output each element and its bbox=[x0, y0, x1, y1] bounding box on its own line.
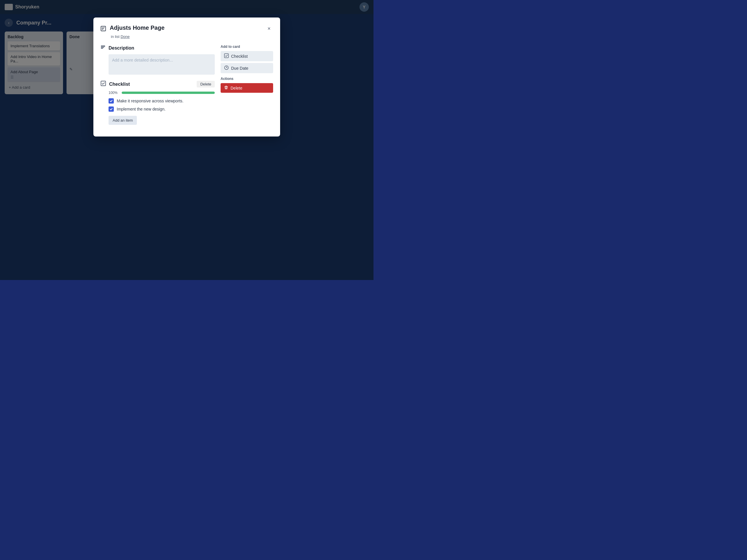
description-section-header: Description bbox=[100, 45, 215, 51]
due-date-sidebar-button[interactable]: Due Date bbox=[221, 63, 273, 73]
modal-main: Description Add a more detailed descript… bbox=[100, 45, 215, 130]
description-title: Description bbox=[108, 46, 134, 51]
actions-label: Actions bbox=[221, 77, 273, 81]
modal-close-button[interactable]: × bbox=[265, 25, 273, 33]
checklist-delete-button[interactable]: Delete bbox=[197, 81, 215, 87]
modal-sidebar: Add to card Checklist bbox=[221, 45, 273, 130]
progress-label: 100% bbox=[108, 91, 119, 95]
checklist-item-1: Implement the new design. bbox=[108, 106, 215, 112]
subtitle-list-link[interactable]: Done bbox=[121, 34, 130, 39]
svg-rect-9 bbox=[224, 54, 229, 58]
checklist-header-left: Checklist bbox=[100, 80, 130, 88]
card-detail-icon bbox=[100, 26, 106, 33]
svg-rect-8 bbox=[101, 81, 106, 86]
checklist-items: Make it responsive across viewports. Imp… bbox=[108, 98, 215, 112]
modal-title: Adjusts Home Page bbox=[110, 25, 261, 31]
delete-action-button[interactable]: Delete bbox=[221, 83, 273, 93]
subtitle-prefix: in list bbox=[111, 34, 121, 39]
checklist-item-text-0: Make it responsive across viewports. bbox=[117, 99, 183, 103]
modal-subtitle: in list Done bbox=[111, 34, 273, 39]
description-input[interactable]: Add a more detailed description... bbox=[108, 54, 215, 75]
checklist-title: Checklist bbox=[109, 82, 130, 87]
modal-header: Adjusts Home Page × bbox=[100, 25, 273, 33]
checklist-icon bbox=[100, 80, 106, 88]
checklist-sidebar-button[interactable]: Checklist bbox=[221, 51, 273, 61]
due-date-label: Due Date bbox=[231, 66, 248, 71]
checkbox-0[interactable] bbox=[108, 98, 114, 104]
progress-bar-background bbox=[122, 91, 215, 94]
add-to-card-label: Add to card bbox=[221, 45, 273, 49]
checkbox-1[interactable] bbox=[108, 106, 114, 112]
checklist-section: Checklist Delete 100% bbox=[100, 80, 215, 125]
description-icon bbox=[100, 45, 106, 51]
checklist-sidebar-icon bbox=[224, 53, 229, 59]
progress-row: 100% bbox=[108, 91, 215, 95]
due-date-icon bbox=[224, 65, 229, 71]
checklist-header-row: Checklist Delete bbox=[100, 80, 215, 88]
card-modal: Adjusts Home Page × in list Done bbox=[93, 18, 280, 136]
checklist-item-text-1: Implement the new design. bbox=[117, 107, 165, 111]
add-item-button[interactable]: Add an item bbox=[108, 116, 137, 125]
checklist-sidebar-label: Checklist bbox=[231, 54, 248, 59]
modal-body: Description Add a more detailed descript… bbox=[100, 45, 273, 130]
progress-bar-fill bbox=[122, 91, 215, 94]
delete-action-icon bbox=[224, 85, 228, 90]
delete-action-label: Delete bbox=[231, 86, 242, 90]
modal-overlay: Adjusts Home Page × in list Done bbox=[0, 0, 374, 280]
checklist-item-0: Make it responsive across viewports. bbox=[108, 98, 215, 104]
